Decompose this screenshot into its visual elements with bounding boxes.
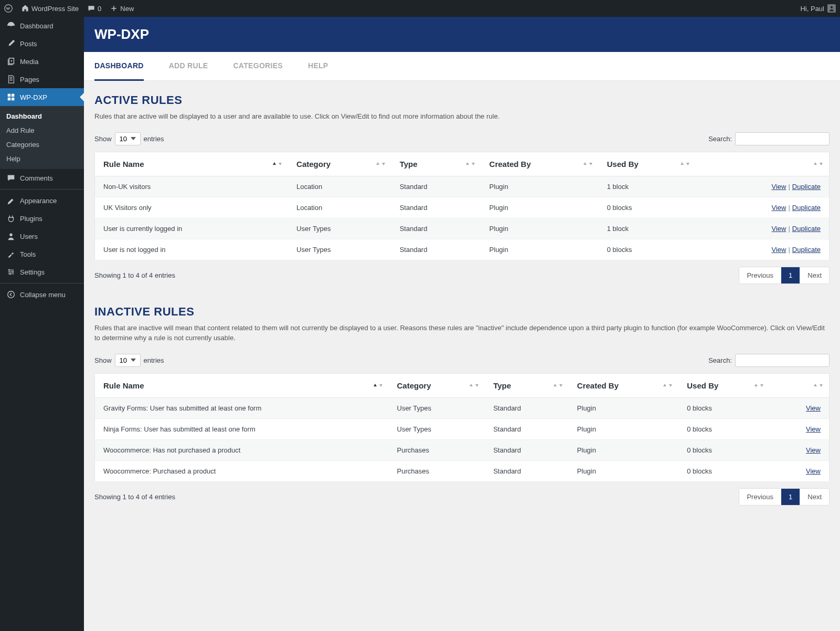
sidebar-collapse[interactable]: Collapse menu xyxy=(0,286,84,303)
view-link[interactable]: View xyxy=(806,425,821,433)
table-row: Ninja Forms: User has submitted at least… xyxy=(95,418,830,439)
avatar[interactable] xyxy=(827,4,836,13)
sidebar-item-pages[interactable]: Pages xyxy=(0,70,84,88)
sidebar-item-plugins[interactable]: Plugins xyxy=(0,209,84,227)
cell-type: Standard xyxy=(485,439,569,460)
inactive-rules-table: Rule Name Category Type Created By Used … xyxy=(94,373,830,482)
sidebar-item-appearance[interactable]: Appearance xyxy=(0,192,84,209)
tab-help[interactable]: HELP xyxy=(308,52,328,80)
wp-logo-icon[interactable] xyxy=(4,4,13,13)
view-link[interactable]: View xyxy=(806,446,821,454)
col-actions[interactable] xyxy=(696,152,829,176)
show-label: Show xyxy=(94,135,112,143)
cell-actions: View xyxy=(770,397,830,418)
svg-point-3 xyxy=(11,60,13,62)
view-link[interactable]: View xyxy=(771,225,786,233)
toolbar-new[interactable]: New xyxy=(110,4,134,13)
col-type[interactable]: Type xyxy=(391,152,481,176)
cell-used-by: 0 blocks xyxy=(678,439,769,460)
tab-dashboard[interactable]: DASHBOARD xyxy=(94,52,144,81)
submenu-categories[interactable]: Categories xyxy=(0,138,84,152)
page-1[interactable]: 1 xyxy=(781,267,800,283)
page-length-select[interactable]: 10 xyxy=(115,354,141,367)
sidebar-item-comments[interactable]: Comments xyxy=(0,169,84,187)
submenu-help[interactable]: Help xyxy=(0,152,84,166)
duplicate-link[interactable]: Duplicate xyxy=(792,246,821,254)
col-created-by[interactable]: Created By xyxy=(569,373,678,397)
page-prev[interactable]: Previous xyxy=(739,489,781,505)
cell-type: Standard xyxy=(391,197,481,218)
sidebar-item-label: Pages xyxy=(20,76,39,83)
duplicate-link[interactable]: Duplicate xyxy=(792,183,821,191)
page-title: WP-DXP xyxy=(94,26,830,43)
cell-created-by: Plugin xyxy=(481,197,599,218)
page-length-select[interactable]: 10 xyxy=(115,132,141,145)
cell-category: User Types xyxy=(288,218,391,239)
search-label: Search: xyxy=(708,356,732,364)
col-rule-name[interactable]: Rule Name xyxy=(95,373,389,397)
cell-category: User Types xyxy=(389,397,485,418)
sidebar-item-label: Appearance xyxy=(20,197,57,205)
page-prev[interactable]: Previous xyxy=(739,267,781,283)
sidebar-item-users[interactable]: Users xyxy=(0,227,84,245)
tab-nav: DASHBOARD ADD RULE CATEGORIES HELP xyxy=(84,52,840,81)
cell-created-by: Plugin xyxy=(569,439,678,460)
duplicate-link[interactable]: Duplicate xyxy=(792,225,821,233)
submenu-add-rule[interactable]: Add Rule xyxy=(0,123,84,138)
view-link[interactable]: View xyxy=(806,467,821,475)
search-input[interactable] xyxy=(735,354,830,367)
toolbar-greeting[interactable]: Hi, Paul xyxy=(800,5,824,13)
sidebar-item-label: Tools xyxy=(20,250,36,258)
svg-point-8 xyxy=(9,234,12,236)
entries-label: entries xyxy=(144,356,164,364)
cell-type: Standard xyxy=(391,239,481,260)
toolbar-site-name: WordPress Site xyxy=(31,5,79,13)
sidebar-item-label: Settings xyxy=(20,268,45,276)
cell-used-by: 0 blocks xyxy=(599,239,696,260)
page-next[interactable]: Next xyxy=(800,267,829,283)
search-input[interactable] xyxy=(735,132,830,145)
submenu-dashboard[interactable]: Dashboard xyxy=(0,109,84,123)
svg-rect-7 xyxy=(12,98,14,100)
tab-add-rule[interactable]: ADD RULE xyxy=(169,52,208,80)
col-created-by[interactable]: Created By xyxy=(481,152,599,176)
sidebar-item-posts[interactable]: Posts xyxy=(0,35,84,52)
svg-rect-4 xyxy=(8,94,10,97)
cell-type: Standard xyxy=(485,397,569,418)
col-rule-name[interactable]: Rule Name xyxy=(95,152,289,176)
view-link[interactable]: View xyxy=(771,183,786,191)
sidebar-item-tools[interactable]: Tools xyxy=(0,245,84,263)
cell-actions: View xyxy=(770,439,830,460)
sidebar-item-settings[interactable]: Settings xyxy=(0,263,84,281)
sidebar-submenu: Dashboard Add Rule Categories Help xyxy=(0,106,84,169)
cell-actions: View|Duplicate xyxy=(696,239,829,260)
cell-created-by: Plugin xyxy=(569,397,678,418)
active-rules-title: ACTIVE RULES xyxy=(94,93,830,107)
col-used-by[interactable]: Used By xyxy=(599,152,696,176)
cell-type: Standard xyxy=(485,460,569,481)
sidebar-item-media[interactable]: Media xyxy=(0,52,84,70)
page-1[interactable]: 1 xyxy=(781,489,800,505)
duplicate-link[interactable]: Duplicate xyxy=(792,204,821,212)
view-link[interactable]: View xyxy=(806,404,821,412)
cell-category: User Types xyxy=(288,239,391,260)
inactive-rules-title: INACTIVE RULES xyxy=(94,305,830,319)
sidebar-item-wpdxp[interactable]: WP-DXP xyxy=(0,88,84,106)
col-category[interactable]: Category xyxy=(288,152,391,176)
view-link[interactable]: View xyxy=(771,204,786,212)
pagination: Previous 1 Next xyxy=(739,488,830,506)
toolbar-comments[interactable]: 0 xyxy=(87,4,101,13)
col-used-by[interactable]: Used By xyxy=(678,373,769,397)
pagination: Previous 1 Next xyxy=(739,267,830,284)
toolbar-site[interactable]: WordPress Site xyxy=(21,4,79,13)
tab-categories[interactable]: CATEGORIES xyxy=(233,52,283,80)
col-type[interactable]: Type xyxy=(485,373,569,397)
view-link[interactable]: View xyxy=(771,246,786,254)
page-next[interactable]: Next xyxy=(800,489,829,505)
cell-actions: View xyxy=(770,418,830,439)
sidebar-item-dashboard[interactable]: Dashboard xyxy=(0,17,84,35)
entries-label: entries xyxy=(144,135,164,143)
col-actions[interactable] xyxy=(770,373,830,397)
col-category[interactable]: Category xyxy=(389,373,485,397)
toolbar-new-label: New xyxy=(120,5,134,13)
